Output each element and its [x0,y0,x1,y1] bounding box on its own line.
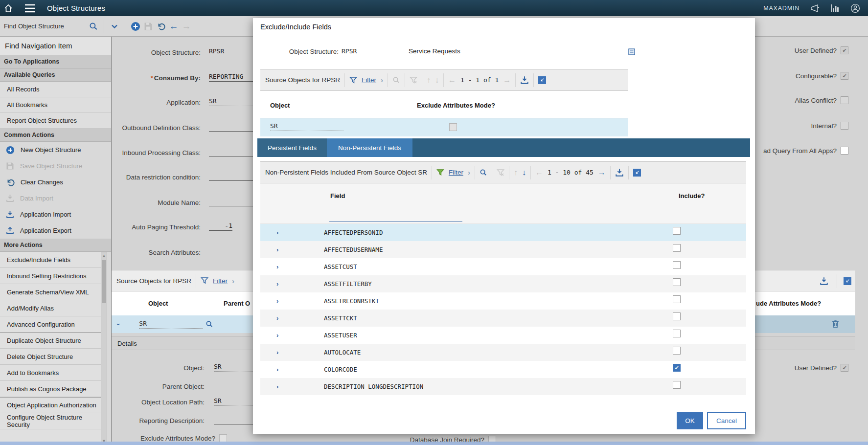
bg-table-row[interactable]: › SR [112,315,253,333]
menu-item-add-to-bookmarks[interactable]: Add to Bookmarks [0,365,101,381]
find-navigation-item[interactable]: Find Navigation Item [0,37,111,55]
menu-item-advanced-configuration[interactable]: Advanced Configuration [0,316,101,333]
column-header-parent-object[interactable]: Parent O [224,300,250,307]
search-icon[interactable] [480,169,487,177]
row-expanded-icon[interactable]: › [115,323,122,325]
include-checkbox[interactable] [673,295,681,303]
include-checkbox[interactable] [673,364,681,372]
scroll-thumb[interactable] [102,260,106,303]
logged-in-user[interactable]: MAXADMIN [763,5,799,12]
announcement-icon[interactable] [810,4,820,13]
field-row[interactable]: ›DESCRIPTION_LONGDESCRIPTION [260,378,746,395]
source-row-object-value[interactable]: SR [270,122,343,131]
expand-row-icon[interactable]: › [276,332,278,339]
include-checkbox[interactable] [673,227,681,235]
action-application-export[interactable]: Application Export [0,222,111,239]
field-row[interactable]: ›ASSETTCKT [260,310,746,327]
chevron-down-icon[interactable] [108,20,121,33]
field-filter-input[interactable] [329,210,462,222]
next-row-icon[interactable]: ↓ [522,168,526,177]
download-icon[interactable] [615,168,624,177]
dialog-os-description[interactable]: Service Requests [409,47,625,56]
include-checkbox[interactable] [673,312,681,320]
expand-row-icon[interactable]: › [276,366,278,373]
menu-item-exclude-include-fields[interactable]: Exclude/Include Fields [0,252,101,268]
previous-record-icon[interactable]: ← [167,20,180,33]
include-checkbox[interactable] [673,347,681,355]
next-page-icon[interactable]: → [598,168,606,177]
filter-link[interactable]: Filter [213,277,228,285]
expand-row-icon[interactable]: › [276,229,278,236]
scroll-up-icon[interactable]: ▲ [101,252,107,259]
expand-row-icon[interactable]: › [276,246,278,253]
maximize-icon[interactable] [633,169,641,177]
delete-row-icon[interactable] [832,320,839,328]
maximize-icon[interactable] [538,76,546,84]
action-application-import[interactable]: Application Import [0,206,111,222]
clear-changes-icon[interactable] [155,20,167,33]
field-row[interactable]: ›AUTOLOCATE [260,344,746,361]
tab-persistent-fields[interactable]: Persistent Fields [257,138,327,157]
field-row[interactable]: ›ASSETRECONRSTKT [260,292,746,310]
filter-icon[interactable] [349,76,357,84]
ok-button[interactable]: OK [677,412,703,429]
sidebar-item-all-records[interactable]: All Records [0,82,111,97]
action-new-object-structure[interactable]: New Object Structure [0,142,111,158]
menu-item-duplicate-object-structure[interactable]: Duplicate Object Structure [0,333,101,349]
filter-icon[interactable] [201,277,208,285]
column-header-exclude-attributes[interactable]: Exclude Attributes Mode? [417,102,495,109]
sidebar-scrollbar[interactable]: ▲ ▼ [101,252,107,445]
field-row[interactable]: ›ASSETCUST [260,258,746,275]
auto-paging-value[interactable]: -1 [209,222,232,231]
filter-link[interactable]: Filter [362,76,376,84]
maximize-icon[interactable] [844,277,851,285]
menu-item-delete-object-structure[interactable]: Delete Object Structure [0,349,101,365]
menu-item-publish-as-cognos-package[interactable]: Publish as Cognos Package [0,381,101,397]
download-icon[interactable] [820,277,828,286]
column-header-exclude-attributes[interactable]: ude Attributes Mode? [756,300,821,307]
long-description-icon[interactable] [628,48,635,55]
tab-non-persistent-fields[interactable]: Non-Persistent Fields [327,138,412,157]
expand-row-icon[interactable]: › [276,263,278,270]
menu-item-inbound-setting-restrictions[interactable]: Inbound Setting Restrictions [0,268,101,284]
bg-row-object-value[interactable]: SR [139,320,203,329]
expand-row-icon[interactable]: › [276,314,278,322]
column-header-field[interactable]: Field [330,192,345,200]
column-header-object[interactable]: Object [148,300,168,307]
menu-item-object-application-authorization[interactable]: Object Application Authorization [0,397,101,413]
include-checkbox[interactable] [673,330,681,337]
load-query-checkbox[interactable] [841,147,848,155]
filter-link[interactable]: Filter [449,169,463,176]
field-row[interactable]: ›ASSETUSER [260,327,746,344]
expand-row-icon[interactable]: › [276,297,278,305]
menu-item-add-modify-alias[interactable]: Add/Modify Alias [0,300,101,316]
filter-active-icon[interactable] [436,169,444,177]
sidebar-item-all-bookmarks[interactable]: All Bookmarks [0,97,111,113]
download-icon[interactable] [520,76,529,85]
field-row[interactable]: ›AFFECTEDUSERNAME [260,241,746,258]
cancel-button[interactable]: Cancel [707,412,746,429]
home-icon[interactable] [0,0,17,16]
exclude-attributes-checkbox[interactable] [219,434,227,442]
include-checkbox[interactable] [673,381,681,389]
field-row[interactable]: ›ASSETFILTERBY [260,275,746,292]
search-icon[interactable] [87,20,100,33]
sidebar-item-report-object-structures[interactable]: Report Object Structures [0,113,111,129]
reports-chart-icon[interactable] [831,4,840,13]
column-header-include[interactable]: Include? [679,192,705,200]
expand-row-icon[interactable]: › [276,280,278,288]
menu-item-configure-object-structure-security[interactable]: Configure Object Structure Security [0,413,101,429]
field-row[interactable]: ›AFFECTEDPERSONID [260,224,746,241]
expand-row-icon[interactable]: › [276,383,278,390]
detail-menu-icon[interactable] [206,320,213,328]
include-checkbox[interactable] [673,261,681,269]
goto-applications-header[interactable]: Go To Applications [0,55,111,68]
profile-icon[interactable] [850,3,860,13]
hamburger-menu-icon[interactable] [22,0,38,16]
search-input[interactable] [4,22,87,30]
expand-row-icon[interactable]: › [276,349,278,356]
action-clear-changes[interactable]: Clear Changes [0,174,111,190]
field-row[interactable]: ›COLORCODE [260,361,746,378]
dialog-source-row[interactable]: SR [260,118,628,136]
include-checkbox[interactable] [673,278,681,286]
